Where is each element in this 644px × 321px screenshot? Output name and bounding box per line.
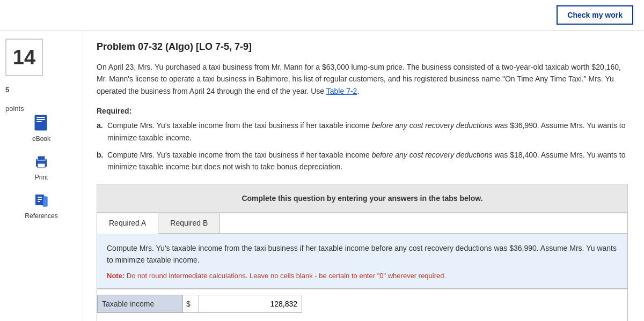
svg-rect-1 [36, 117, 45, 118]
dollar-sign: $ [183, 295, 199, 313]
svg-rect-11 [43, 197, 47, 206]
check-my-work-button[interactable]: Check my work [557, 5, 633, 25]
req-a-item: a. Compute Mrs. Yu's taxable income from… [97, 120, 628, 144]
svg-rect-3 [36, 121, 42, 122]
req-b-text-1: Compute Mrs. Yu's taxable income from th… [107, 151, 372, 159]
print-icon [32, 152, 51, 171]
ebook-icon [32, 114, 51, 133]
page-wrapper: Check my work 14 5 points eBook [0, 0, 644, 321]
problem-text-2: . [357, 87, 359, 95]
svg-rect-8 [38, 197, 42, 198]
tabs-header: Required A Required B [97, 213, 627, 234]
points-label: points [5, 104, 77, 113]
req-b-italic: before any cost recovery deductions [372, 151, 493, 159]
tab-required-a[interactable]: Required A [97, 213, 158, 234]
tabs-container: Required A Required B Compute Mrs. Yu's … [97, 213, 628, 321]
input-row: Taxable income $ [97, 289, 627, 318]
note-text: Do not round intermediate calculations. … [125, 272, 446, 280]
problem-title: Problem 07-32 (Algo) [LO 7-5, 7-9] [97, 41, 628, 53]
references-icon [32, 191, 51, 210]
tab-a-content-text: Compute Mrs. Yu's taxable income from th… [107, 242, 618, 266]
tab-required-b[interactable]: Required B [158, 213, 220, 233]
references-label: References [25, 212, 57, 220]
requirements-list: a. Compute Mrs. Yu's taxable income from… [97, 120, 628, 173]
required-label: Required: [97, 107, 628, 115]
req-a-text-1: Compute Mrs. Yu's taxable income from th… [107, 121, 372, 130]
note-label: Note: [107, 272, 125, 280]
ebook-label: eBook [32, 135, 50, 143]
problem-number: 14 [13, 46, 35, 69]
content-area: Problem 07-32 (Algo) [LO 7-5, 7-9] On Ap… [83, 31, 644, 321]
tab-a-content: Compute Mrs. Yu's taxable income from th… [97, 234, 627, 289]
req-b-prefix: b. [97, 149, 103, 161]
problem-number-box: 14 [5, 39, 43, 76]
top-bar: Check my work [0, 0, 644, 31]
ebook-tool[interactable]: eBook [5, 114, 77, 143]
tab-nav-buttons: ‹ Required A Required B › [97, 318, 627, 321]
complete-question-box: Complete this question by entering your … [97, 184, 628, 213]
main-layout: 14 5 points eBook [0, 31, 644, 321]
req-b-item: b. Compute Mrs. Yu's taxable income from… [97, 149, 628, 173]
problem-text: On April 23, Mrs. Yu purchased a taxi bu… [97, 61, 628, 97]
svg-rect-9 [38, 199, 42, 200]
tab-a-note: Note: Do not round intermediate calculat… [107, 272, 618, 280]
print-tool[interactable]: Print [5, 152, 77, 181]
svg-rect-10 [38, 201, 40, 202]
svg-rect-5 [38, 156, 45, 160]
points-value: 5 [5, 86, 77, 94]
svg-rect-2 [36, 119, 45, 120]
table-link[interactable]: Table 7-2 [326, 87, 357, 95]
req-a-prefix: a. [97, 120, 103, 131]
svg-rect-6 [38, 163, 45, 168]
req-a-italic: before any cost recovery deductions [372, 121, 493, 130]
references-tool[interactable]: References [5, 191, 77, 220]
left-sidebar: 14 5 points eBook [0, 31, 83, 321]
print-label: Print [35, 174, 48, 181]
taxable-income-input[interactable] [199, 295, 302, 313]
taxable-income-label: Taxable income [97, 295, 183, 313]
